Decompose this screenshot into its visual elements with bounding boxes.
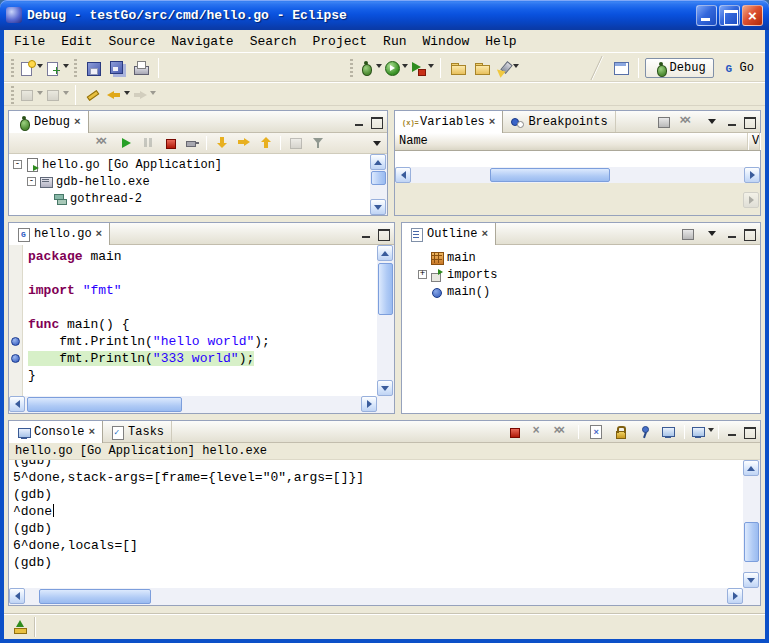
disconnect-button[interactable] [181,134,202,153]
resume-button[interactable] [115,134,136,153]
clear-console-button[interactable] [585,422,606,441]
scrollbar-thumb[interactable] [39,589,151,604]
outline-row[interactable]: main [414,249,760,266]
debug-tree-row[interactable]: gothread-2 [9,190,370,207]
suspend-button[interactable] [137,134,158,153]
terminate-button[interactable] [159,134,180,153]
toolbar-drag-handle[interactable] [74,59,77,77]
minimize-view-button[interactable] [725,425,739,438]
close-tab-icon[interactable] [74,115,81,129]
fast-view-bar[interactable] [8,617,35,637]
collapse-all-button[interactable] [677,112,698,131]
print-button[interactable] [130,56,152,80]
maximize-view-button[interactable] [742,227,756,240]
last-edit-location-button[interactable] [82,83,104,107]
forward-button[interactable] [132,83,156,107]
dropdown-arrow-icon[interactable] [124,91,130,98]
scroll-down-button[interactable] [377,380,393,396]
maximize-view-button[interactable] [742,115,756,128]
menu-source[interactable]: Source [100,33,163,50]
open-folder-button[interactable] [447,56,469,80]
close-tab-icon[interactable] [489,115,496,129]
debug-view-tab[interactable]: Debug [9,111,89,133]
perspective-go-button[interactable]: Go [716,59,761,77]
open-perspective-button[interactable] [610,56,632,80]
scroll-up-button[interactable] [370,154,386,170]
minimize-view-button[interactable] [725,115,739,128]
maximize-window-button[interactable] [719,5,740,26]
step-over-button[interactable] [233,134,254,153]
scroll-lock-button[interactable] [609,422,630,441]
dropdown-arrow-icon[interactable] [63,64,69,71]
dropdown-arrow-icon[interactable] [150,91,156,98]
editor-horizontal-scrollbar[interactable] [9,396,377,413]
maximize-view-button[interactable] [369,115,383,128]
console-horizontal-scrollbar[interactable] [9,588,743,605]
debug-launch-button[interactable] [358,56,382,80]
minimize-view-button[interactable] [725,227,739,240]
breakpoints-tab[interactable]: Breakpoints [503,111,615,132]
scroll-up-button[interactable] [377,245,393,261]
menu-project[interactable]: Project [304,33,375,50]
variables-tree[interactable] [395,151,760,167]
maximize-view-button[interactable] [742,425,756,438]
save-all-button[interactable] [106,56,128,80]
sort-button[interactable] [677,224,698,243]
menu-search[interactable]: Search [242,33,305,50]
breakpoint-marker[interactable] [11,354,20,363]
minimize-view-button[interactable] [359,227,373,240]
tree-expander-icon[interactable]: - [13,160,22,169]
dropdown-arrow-icon[interactable] [513,64,519,71]
dropdown-arrow-icon[interactable] [428,64,434,71]
scroll-down-button[interactable] [743,572,759,588]
scroll-left-button[interactable] [9,396,25,412]
console-tab[interactable]: Console [9,421,103,443]
value-column-header[interactable]: Value [748,133,760,150]
close-tab-icon[interactable] [88,425,95,439]
display-selected-console-button[interactable] [657,422,678,441]
view-menu-button[interactable] [701,112,722,131]
minimize-view-button[interactable] [352,115,366,128]
previous-annotation-button[interactable] [45,83,69,107]
scroll-right-button[interactable] [361,396,377,412]
close-tab-icon[interactable] [96,227,103,241]
debug-tree-row[interactable]: -hello.go [Go Application] [9,156,370,173]
scroll-up-button[interactable] [743,460,759,476]
next-annotation-button[interactable] [19,83,43,107]
terminate-button[interactable] [503,422,524,441]
scrollbar-thumb[interactable] [378,263,393,315]
breakpoint-marker[interactable] [11,337,20,346]
run-launch-button[interactable] [384,56,408,80]
step-return-button[interactable] [255,134,276,153]
scroll-right-button[interactable] [743,192,759,208]
menu-help[interactable]: Help [477,33,524,50]
view-menu-button[interactable] [701,224,722,243]
dropdown-arrow-icon[interactable] [63,91,69,98]
scroll-down-button[interactable] [370,199,386,215]
titlebar[interactable]: Debug - testGo/src/cmd/hello.go - Eclips… [0,0,769,30]
scroll-left-button[interactable] [395,167,411,183]
back-button[interactable] [106,83,130,107]
code-editor[interactable]: package mainimport "fmt"func main() { fm… [24,245,377,396]
toolbar-drag-handle[interactable] [350,59,353,77]
save-button[interactable] [82,56,104,80]
remove-all-terminated-button[interactable] [551,422,572,441]
debug-launch-tree[interactable]: -hello.go [Go Application]-gdb-hello.exe… [9,154,370,215]
menu-file[interactable]: File [6,33,53,50]
maximize-view-button[interactable] [376,227,390,240]
view-menu-button[interactable] [366,134,387,153]
dropdown-arrow-icon[interactable] [376,64,382,71]
use-step-filters-button[interactable] [307,134,328,153]
tasks-tab[interactable]: Tasks [103,421,172,442]
dropdown-arrow-icon[interactable] [37,91,43,98]
menu-navigate[interactable]: Navigate [163,33,241,50]
scroll-right-button[interactable] [727,588,743,604]
show-type-names-button[interactable] [653,112,674,131]
scrollbar-thumb[interactable] [27,397,182,412]
editor-tab[interactable]: hello.go [9,223,110,245]
editor-marker-ruler[interactable] [9,245,23,396]
drop-to-frame-button[interactable] [285,134,306,153]
remove-all-terminated-button[interactable] [93,134,114,153]
tree-expander-icon[interactable]: - [27,177,36,186]
outline-row[interactable]: +imports [414,266,760,283]
